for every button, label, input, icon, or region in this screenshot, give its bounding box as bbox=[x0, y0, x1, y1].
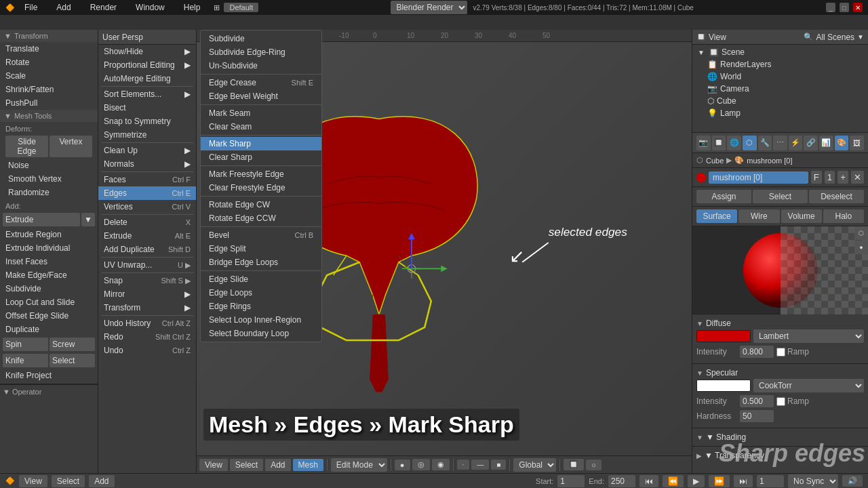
transform-btn[interactable]: Transform ▶ bbox=[98, 301, 196, 314]
ctx-edge-split[interactable]: Edge Split bbox=[201, 242, 321, 256]
rotate-btn[interactable]: Rotate bbox=[0, 56, 98, 69]
material-users-btn[interactable]: F bbox=[811, 171, 822, 184]
menu-add[interactable]: Add bbox=[51, 1, 76, 14]
outliner-lamp[interactable]: 💡 Lamp bbox=[694, 107, 867, 119]
diffuse-intensity-input[interactable] bbox=[740, 346, 774, 358]
close-button[interactable]: ✕ bbox=[853, 3, 863, 12]
faces-btn[interactable]: Faces Ctrl F bbox=[98, 173, 196, 186]
diffuse-shader-select[interactable]: Lambert bbox=[753, 329, 864, 343]
ctx-rotate-cw[interactable]: Rotate Edge CW bbox=[201, 198, 321, 211]
status-select-btn[interactable]: Select bbox=[52, 475, 85, 487]
symmetrize-btn[interactable]: Symmetrize bbox=[98, 128, 196, 142]
duplicate-btn[interactable]: Duplicate bbox=[0, 323, 98, 336]
clean-up-btn[interactable]: Clean Up ▶ bbox=[98, 144, 196, 157]
scene-props-icon[interactable]: 🔲 bbox=[712, 136, 726, 150]
add-duplicate-btn[interactable]: Add Duplicate Shift D bbox=[98, 243, 196, 256]
transform-section-title[interactable]: ▼ Transform bbox=[0, 30, 98, 42]
new-material-btn[interactable]: + bbox=[837, 171, 848, 184]
ctx-rotate-ccw[interactable]: Rotate Edge CCW bbox=[201, 211, 321, 225]
uv-unwrap-btn[interactable]: UV Unwrap... U ▶ bbox=[98, 258, 196, 272]
outliner-world[interactable]: 🌐 World bbox=[694, 70, 867, 83]
play-btn[interactable]: ⏮ bbox=[639, 475, 658, 487]
ctx-edge-loops[interactable]: Edge Loops bbox=[201, 286, 321, 300]
material-props-icon[interactable]: 🎨 bbox=[835, 136, 849, 150]
edit-mode-select[interactable]: Edit Mode bbox=[331, 458, 387, 472]
spin-btn[interactable]: Spin bbox=[3, 338, 48, 351]
halo-tab[interactable]: Halo bbox=[823, 209, 864, 223]
material-fake-user-btn[interactable]: 1 bbox=[825, 171, 835, 184]
vertex-btn[interactable]: Vertex bbox=[50, 136, 92, 157]
noise-btn[interactable]: Noise bbox=[3, 159, 95, 172]
bisect-btn[interactable]: Bisect bbox=[98, 101, 196, 115]
outliner-renderlayers[interactable]: 📋 RenderLayers bbox=[694, 58, 867, 70]
search-icon[interactable]: 🔍 bbox=[804, 33, 813, 41]
knife-tool-btn[interactable]: Knife bbox=[3, 354, 48, 367]
redo-btn[interactable]: Redo Shift Ctrl Z bbox=[98, 330, 196, 344]
auto-merge-btn[interactable]: AutoMerge Editing bbox=[98, 72, 196, 85]
mesh-menu-btn[interactable]: Mesh bbox=[293, 459, 323, 471]
play-anim-btn[interactable]: ▶ bbox=[688, 475, 705, 487]
ctx-clear-seam[interactable]: Clear Seam bbox=[201, 120, 321, 134]
status-view-btn[interactable]: View bbox=[19, 475, 47, 487]
render-props-icon[interactable]: 📷 bbox=[696, 136, 711, 150]
rendered-shading-btn[interactable]: ◉ bbox=[432, 459, 450, 470]
diffuse-header[interactable]: ▼ Diffuse bbox=[696, 317, 864, 329]
render-engine-select[interactable]: Blender Render bbox=[391, 1, 467, 14]
vertices-btn[interactable]: Vertices Ctrl V bbox=[98, 200, 196, 214]
screen-layout-label[interactable]: Default bbox=[224, 3, 258, 12]
ctx-clear-freestyle-edge[interactable]: Clear Freestyle Edge bbox=[201, 181, 321, 195]
ctx-edge-bevel-weight[interactable]: Edge Bevel Weight bbox=[201, 89, 321, 103]
proportional-editing-btn[interactable]: Proportional Editing ▶ bbox=[98, 58, 196, 72]
wire-shading-btn[interactable]: ◎ bbox=[412, 459, 430, 470]
ctx-clear-sharp[interactable]: Clear Sharp bbox=[201, 150, 321, 164]
ctx-select-boundary-loop[interactable]: Select Boundary Loop bbox=[201, 327, 321, 340]
specular-header[interactable]: ▼ Specular bbox=[696, 367, 864, 379]
solid-shading-btn[interactable]: ● bbox=[395, 460, 410, 470]
edge-select-btn[interactable]: — bbox=[471, 460, 489, 470]
specular-shader-select[interactable]: CookTorr bbox=[753, 379, 864, 392]
extrude-individual-btn[interactable]: Extrude Individual bbox=[0, 241, 98, 255]
audio-btn[interactable]: 🔊 bbox=[842, 475, 863, 487]
frame-end-input[interactable] bbox=[608, 475, 635, 487]
volume-tab[interactable]: Volume bbox=[781, 209, 822, 223]
ctx-mark-sharp[interactable]: Mark Sharp bbox=[201, 137, 321, 150]
pushpull-btn[interactable]: PushPull bbox=[0, 96, 98, 110]
snap-symmetry-btn[interactable]: Snap to Symmetry bbox=[98, 115, 196, 128]
select-tool-btn[interactable]: Select bbox=[50, 354, 95, 367]
extrude-mode-btn[interactable]: ▼ bbox=[81, 213, 95, 226]
specular-ramp-input[interactable] bbox=[776, 397, 785, 406]
menu-file[interactable]: File bbox=[19, 1, 43, 14]
face-select-btn[interactable]: ■ bbox=[491, 460, 506, 470]
outliner-scene[interactable]: ▼ 🔲 Scene bbox=[694, 46, 867, 58]
status-add-btn[interactable]: Add bbox=[89, 475, 114, 487]
modifier-props-icon[interactable]: 🔧 bbox=[758, 136, 772, 150]
preview-btn2[interactable]: ● bbox=[854, 241, 868, 254]
assign-btn[interactable]: Assign bbox=[696, 190, 751, 203]
next-frame-btn[interactable]: ⏩ bbox=[709, 475, 730, 487]
surface-tab[interactable]: Surface bbox=[696, 209, 737, 223]
vertex-select-btn[interactable]: · bbox=[457, 460, 470, 470]
randomize-btn[interactable]: Randomize bbox=[3, 186, 95, 199]
mesh-tools-title[interactable]: ▼ Mesh Tools bbox=[0, 110, 98, 122]
pivot-select[interactable]: Global bbox=[513, 458, 556, 472]
edges-btn[interactable]: Edges Ctrl E bbox=[98, 186, 196, 200]
scale-btn[interactable]: Scale bbox=[0, 69, 98, 83]
ctx-edge-crease[interactable]: Edge Crease Shift E bbox=[201, 76, 321, 89]
screw-btn[interactable]: Screw bbox=[50, 338, 95, 351]
ctx-edge-slide[interactable]: Edge Slide bbox=[201, 272, 321, 286]
prev-frame-btn[interactable]: ⏪ bbox=[663, 475, 684, 487]
view-menu-btn[interactable]: View bbox=[199, 459, 228, 471]
show-hide-btn[interactable]: Show/Hide ▶ bbox=[98, 45, 196, 58]
specular-ramp-checkbox[interactable]: Ramp bbox=[776, 396, 809, 406]
extrude-btn[interactable]: Extrude bbox=[3, 213, 80, 226]
deselect-mat-btn[interactable]: Deselect bbox=[809, 190, 864, 203]
preview-btn1[interactable]: ⬡ bbox=[854, 226, 868, 240]
ctx-bevel[interactable]: Bevel Ctrl B bbox=[201, 228, 321, 242]
ctx-mark-freestyle-edge[interactable]: Mark Freestyle Edge bbox=[201, 167, 321, 181]
diffuse-color-swatch[interactable] bbox=[696, 330, 751, 342]
knife-project-btn[interactable]: Knife Project bbox=[0, 369, 98, 382]
smooth-vertex-btn[interactable]: Smooth Vertex bbox=[3, 172, 95, 186]
texture-props-icon[interactable]: 🖼 bbox=[850, 136, 864, 150]
outliner-cube[interactable]: ⬡ Cube bbox=[694, 95, 867, 107]
normals-btn[interactable]: Normals ▶ bbox=[98, 157, 196, 171]
